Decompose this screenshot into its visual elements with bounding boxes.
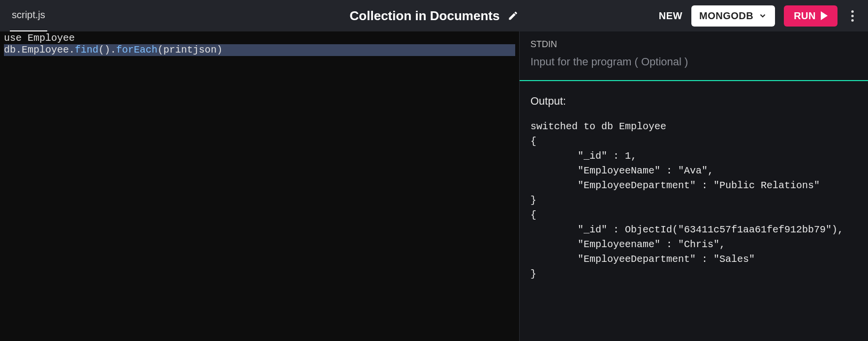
language-selector[interactable]: MONGODB — [691, 5, 775, 27]
edit-icon[interactable] — [507, 10, 518, 21]
file-tab[interactable]: script.js — [10, 9, 47, 32]
more-menu-button[interactable] — [846, 10, 858, 22]
stdin-input[interactable] — [530, 56, 857, 68]
language-label: MONGODB — [699, 10, 753, 22]
io-panel: STDIN Output: switched to db Employee { … — [519, 31, 868, 341]
main-content: use Employee db.Employee.find().forEach(… — [0, 31, 868, 341]
code-line-1: use Employee — [4, 32, 515, 44]
output-label: Output: — [530, 95, 857, 108]
stdin-section: STDIN — [520, 31, 868, 81]
header-bar: script.js Collection in Documents NEW MO… — [0, 0, 868, 31]
play-icon — [821, 11, 828, 20]
stdin-label: STDIN — [530, 39, 857, 50]
code-editor[interactable]: use Employee db.Employee.find().forEach(… — [0, 31, 519, 341]
header-actions: NEW MONGODB RUN — [659, 5, 858, 27]
run-button[interactable]: RUN — [784, 5, 837, 27]
output-section: Output: switched to db Employee { "_id" … — [520, 81, 868, 341]
page-title: Collection in Documents — [350, 8, 500, 24]
new-button[interactable]: NEW — [659, 10, 682, 22]
chevron-down-icon — [758, 11, 767, 20]
code-line-2: db.Employee.find().forEach(printjson) — [4, 44, 515, 56]
title-container: Collection in Documents — [350, 8, 519, 24]
output-text: switched to db Employee { "_id" : 1, "Em… — [530, 119, 857, 282]
run-label: RUN — [794, 10, 816, 22]
